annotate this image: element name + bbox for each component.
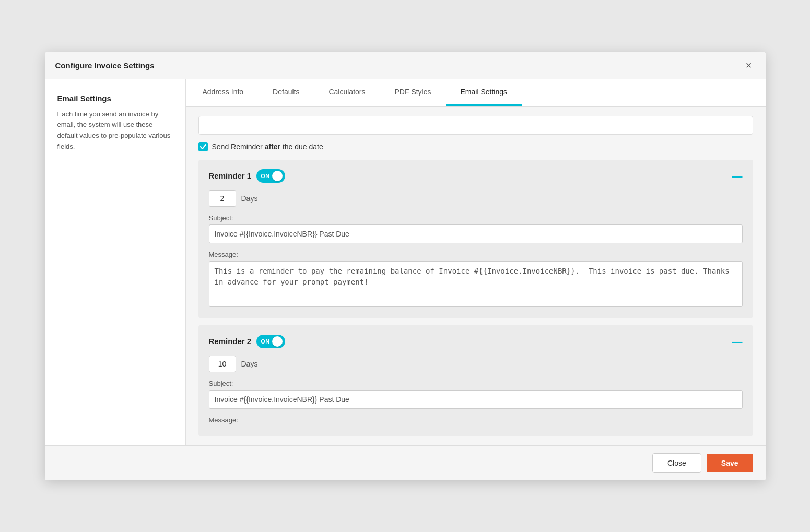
tabs-bar: Address Info Defaults Calculators PDF St… <box>186 79 766 107</box>
reminder-1-message-label: Message: <box>209 251 743 258</box>
reminder-1-card: Reminder 1 ON — Days Subject: <box>198 160 753 318</box>
modal-title: Configure Invoice Settings <box>55 61 155 70</box>
reminder-1-header: Reminder 1 ON — <box>209 169 743 183</box>
reminder-1-subject-label: Subject: <box>209 214 743 222</box>
reminder-2-toggle-label: ON <box>261 338 270 345</box>
reminder-1-message-textarea[interactable]: This is a reminder to pay the remaining … <box>209 261 743 307</box>
sidebar-title: Email Settings <box>57 94 173 103</box>
send-reminder-checkbox[interactable] <box>198 142 208 151</box>
reminder-1-toggle-label: ON <box>261 173 270 179</box>
sidebar: Email Settings Each time you send an inv… <box>45 79 186 445</box>
configure-invoice-modal: Configure Invoice Settings × Email Setti… <box>45 52 766 480</box>
reminder-2-subject-label: Subject: <box>209 380 743 387</box>
reminder-1-toggle[interactable]: ON <box>256 169 285 183</box>
reminder-2-days-label: Days <box>241 360 258 368</box>
top-partial-bar <box>198 116 753 135</box>
reminder-1-toggle-circle <box>272 171 283 181</box>
reminder-2-days-row: Days <box>209 356 743 372</box>
modal-header: Configure Invoice Settings × <box>45 52 766 79</box>
save-button[interactable]: Save <box>707 454 753 472</box>
reminder-2-header: Reminder 2 ON — <box>209 335 743 348</box>
reminder-2-days-input[interactable] <box>209 356 236 372</box>
reminder-2-toggle-circle <box>272 336 283 347</box>
reminder-1-remove-icon[interactable]: — <box>732 171 743 181</box>
reminder-1-subject-input[interactable] <box>209 224 743 243</box>
modal-body: Email Settings Each time you send an inv… <box>45 79 766 445</box>
reminder-1-days-label: Days <box>241 194 258 203</box>
reminder-1-days-input[interactable] <box>209 190 236 207</box>
send-reminder-row: Send Reminder after the due date <box>198 142 753 151</box>
tab-defaults[interactable]: Defaults <box>258 79 314 106</box>
main-content: Address Info Defaults Calculators PDF St… <box>186 79 766 445</box>
tab-address-info[interactable]: Address Info <box>188 79 259 106</box>
sidebar-description: Each time you send an invoice by email, … <box>57 109 173 152</box>
reminder-2-title-row: Reminder 2 ON <box>209 335 285 348</box>
reminder-2-toggle[interactable]: ON <box>256 335 285 348</box>
close-button[interactable]: Close <box>652 453 701 473</box>
tab-calculators[interactable]: Calculators <box>314 79 380 106</box>
send-reminder-label: Send Reminder after the due date <box>212 143 323 151</box>
reminder-1-title: Reminder 1 <box>209 171 252 180</box>
content-area: Send Reminder after the due date Reminde… <box>186 107 766 445</box>
reminder-2-title: Reminder 2 <box>209 337 252 346</box>
reminder-2-subject-input[interactable] <box>209 390 743 409</box>
tab-pdf-styles[interactable]: PDF Styles <box>380 79 446 106</box>
tab-email-settings[interactable]: Email Settings <box>446 79 522 106</box>
reminder-2-card: Reminder 2 ON — Days Subject: <box>198 325 753 436</box>
reminder-2-remove-icon[interactable]: — <box>732 336 743 347</box>
reminder-1-title-row: Reminder 1 ON <box>209 169 285 183</box>
reminder-2-message-label: Message: <box>209 416 743 424</box>
modal-footer: Close Save <box>45 445 766 480</box>
modal-close-button[interactable]: × <box>743 59 755 72</box>
reminder-1-days-row: Days <box>209 190 743 207</box>
